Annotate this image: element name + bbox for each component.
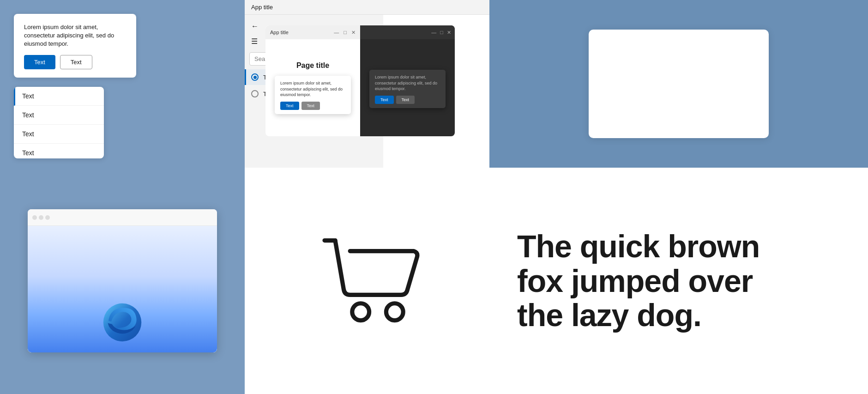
list-box: Text Text Text Text bbox=[14, 87, 104, 158]
list-item-4[interactable]: Text bbox=[14, 144, 104, 158]
cell-top-left: Lorem ipsum dolor sit amet, consectetur … bbox=[0, 0, 245, 168]
window-page-title-light: Page title bbox=[296, 61, 329, 70]
window-dialog-primary-btn-dark[interactable]: Text bbox=[375, 96, 394, 104]
window-dark-half: — □ ✕ Lorem ipsum dolor sit amet, consec… bbox=[360, 25, 455, 136]
window-titlebar-dark: — □ ✕ bbox=[360, 25, 455, 39]
white-panel bbox=[589, 30, 769, 138]
window-dialog-secondary-btn-light[interactable]: Text bbox=[301, 102, 320, 110]
browser-dot-2 bbox=[39, 215, 43, 220]
maximize-icon[interactable]: □ bbox=[344, 30, 347, 35]
window-dialog-buttons-dark: Text Text bbox=[375, 96, 440, 104]
radio-empty bbox=[251, 90, 259, 97]
list-item-1[interactable]: Text bbox=[14, 87, 104, 106]
cell-bottom-right: The quick brown fox jumped over the lazy… bbox=[489, 168, 868, 394]
browser-content bbox=[28, 226, 217, 352]
browser-window bbox=[28, 209, 217, 352]
shopping-cart-icon bbox=[312, 228, 422, 334]
close-icon-dark[interactable]: ✕ bbox=[447, 30, 451, 36]
big-text-line1: The quick brown bbox=[517, 229, 760, 264]
window-dialog-secondary-btn-dark[interactable]: Text bbox=[396, 96, 415, 104]
cell-bottom-left bbox=[0, 168, 245, 394]
window-dialog-dark: Lorem ipsum dolor sit amet, consectetur … bbox=[369, 70, 446, 108]
window-dialog-light: Lorem ipsum dolor sit amet, consectetur … bbox=[275, 76, 351, 114]
big-text-block: The quick brown fox jumped over the lazy… bbox=[517, 229, 760, 333]
window-title-light: App title bbox=[270, 30, 289, 35]
svg-point-1 bbox=[352, 303, 369, 321]
radio-active bbox=[251, 73, 259, 81]
dialog-buttons: Text Text bbox=[24, 55, 126, 69]
maximize-icon-dark[interactable]: □ bbox=[440, 30, 443, 35]
window-dialog-text-light: Lorem ipsum dolor sit amet, consectetur … bbox=[280, 80, 345, 98]
big-text-line2: fox jumped over bbox=[517, 264, 760, 298]
dialog-box: Lorem ipsum dolor sit amet, consectetur … bbox=[14, 14, 136, 78]
cell-top-right bbox=[489, 0, 868, 168]
minimize-icon[interactable]: — bbox=[334, 30, 339, 35]
dialog-primary-button[interactable]: Text bbox=[24, 55, 55, 69]
browser-dot-3 bbox=[45, 215, 50, 220]
svg-point-2 bbox=[386, 303, 403, 321]
edge-logo-icon bbox=[102, 302, 143, 343]
dialog-text: Lorem ipsum dolor sit amet, consectetur … bbox=[24, 23, 126, 48]
browser-top-bar bbox=[28, 209, 217, 226]
cell-bottom-middle bbox=[245, 168, 489, 394]
window-dialog-primary-btn[interactable]: Text bbox=[280, 102, 299, 110]
window-dialog-text-dark: Lorem ipsum dolor sit amet, consectetur … bbox=[375, 74, 440, 92]
browser-dot-1 bbox=[32, 215, 37, 220]
browser-dots bbox=[32, 215, 50, 220]
minimize-icon-dark[interactable]: — bbox=[431, 30, 436, 35]
window-light-half: App title — □ ✕ Page title Lorem ipsum d… bbox=[265, 25, 360, 136]
window-body-dark: Lorem ipsum dolor sit amet, consectetur … bbox=[360, 39, 455, 136]
titlebar-controls-light: — □ ✕ bbox=[334, 30, 356, 36]
window-body-light: Page title Lorem ipsum dolor sit amet, c… bbox=[265, 39, 360, 136]
nav-app-title: App title bbox=[245, 0, 489, 15]
list-item-2[interactable]: Text bbox=[14, 106, 104, 125]
dialog-secondary-button[interactable]: Text bbox=[60, 55, 92, 69]
window-titlebar-light: App title — □ ✕ bbox=[265, 25, 360, 39]
list-item-3[interactable]: Text bbox=[14, 125, 104, 144]
window-dialog-buttons-light: Text Text bbox=[280, 102, 345, 110]
big-text-line3: the lazy dog. bbox=[517, 298, 760, 333]
close-icon-light[interactable]: ✕ bbox=[351, 30, 356, 36]
split-window-overlay: App title — □ ✕ Page title Lorem ipsum d… bbox=[265, 25, 455, 136]
